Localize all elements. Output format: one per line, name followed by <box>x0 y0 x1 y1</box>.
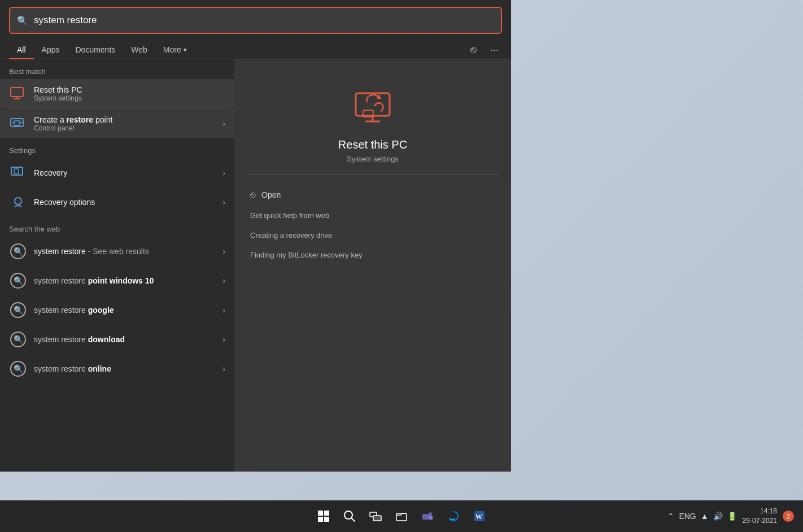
recovery-title: Recovery <box>34 168 222 177</box>
recovery-arrow: › <box>222 168 225 177</box>
web-result-3-title: system restore google <box>34 306 222 315</box>
chevron-up-icon[interactable]: ⌃ <box>667 512 674 521</box>
web-result-4-title: system restore download <box>34 335 222 344</box>
lang-indicator: ENG <box>679 512 696 521</box>
edge-button[interactable] <box>442 505 465 527</box>
taskbar: W ⌃ ENG ▲ 🔊 🔋 14:18 29-07-2021 2 <box>0 500 803 532</box>
recovery-drive-link[interactable]: Creating a recovery drive <box>248 225 497 245</box>
web-result-5-arrow: › <box>222 364 225 373</box>
create-restore-title: Create a restore point <box>34 115 222 124</box>
bitlocker-link[interactable]: Finding my BitLocker recovery key <box>248 245 497 265</box>
result-recovery[interactable]: Recovery › <box>0 158 234 187</box>
tab-all[interactable]: All <box>9 41 34 59</box>
settings-label: Settings <box>0 138 234 158</box>
recovery-options-text: Recovery options <box>34 198 222 207</box>
create-restore-subtitle: Control panel <box>34 124 222 132</box>
recovery-options-arrow: › <box>222 198 225 207</box>
file-explorer-button[interactable] <box>390 505 413 527</box>
web-result-4-arrow: › <box>222 335 225 344</box>
tabs-row: All Apps Documents Web More ▾ ⎋ ··· <box>0 38 511 59</box>
detail-subtitle: System settings <box>248 155 497 163</box>
web-result-1-text: system restore - See web results <box>34 247 222 256</box>
create-restore-text: Create a restore point Control panel <box>34 115 222 132</box>
svg-rect-22 <box>373 516 381 521</box>
recovery-options-icon <box>9 193 27 211</box>
start-button[interactable] <box>312 505 335 527</box>
reset-pc-text: Reset this PC System settings <box>34 85 225 102</box>
web-result-2-text: system restore point windows 10 <box>34 276 222 285</box>
svg-point-9 <box>15 198 21 204</box>
tab-web[interactable]: Web <box>123 41 155 59</box>
task-view-button[interactable] <box>364 505 387 527</box>
tab-more[interactable]: More ▾ <box>155 41 195 59</box>
web-result-2-arrow: › <box>222 276 225 285</box>
svg-rect-8 <box>14 169 19 173</box>
word-button[interactable]: W <box>468 505 491 527</box>
svg-rect-4 <box>14 121 20 125</box>
recovery-text: Recovery <box>34 168 222 177</box>
volume-icon: 🔊 <box>713 512 723 521</box>
search-bar[interactable]: 🔍 system restore <box>9 7 502 34</box>
share-icon[interactable]: ⎋ <box>467 42 480 58</box>
detail-divider <box>248 175 497 175</box>
svg-rect-18 <box>324 517 329 522</box>
recovery-icon <box>9 164 27 182</box>
result-reset-this-pc[interactable]: Reset this PC System settings <box>0 79 234 108</box>
web-search-icon-4: 🔍 <box>9 330 27 348</box>
svg-rect-7 <box>11 167 23 175</box>
web-result-1[interactable]: 🔍 system restore - See web results › <box>0 237 234 266</box>
web-search-icon-5: 🔍 <box>9 360 27 378</box>
web-search-icon-2: 🔍 <box>9 272 27 290</box>
web-result-5-text: system restore online <box>34 364 222 373</box>
open-icon: ⎋ <box>250 190 256 200</box>
system-tray-icons: ⌃ ENG ▲ 🔊 🔋 <box>667 512 736 521</box>
web-result-2-title: system restore point windows 10 <box>34 276 222 285</box>
reset-pc-icon <box>9 85 27 103</box>
web-result-3-arrow: › <box>222 306 225 315</box>
main-content: Best match Reset this PC System settings <box>0 59 511 472</box>
reset-pc-title: Reset this PC <box>34 85 225 94</box>
web-result-3[interactable]: 🔍 system restore google › <box>0 295 234 325</box>
search-bar-icon: 🔍 <box>17 15 28 26</box>
svg-rect-26 <box>429 516 433 520</box>
taskbar-right: ⌃ ENG ▲ 🔊 🔋 14:18 29-07-2021 2 <box>667 507 794 526</box>
tabs-right-actions: ⎋ ··· <box>467 42 502 58</box>
quick-help-link[interactable]: Get quick help from web <box>248 206 497 225</box>
svg-rect-0 <box>11 88 23 97</box>
teams-button[interactable] <box>416 505 439 527</box>
detail-title: Reset this PC <box>248 138 497 151</box>
taskbar-clock: 14:18 29-07-2021 <box>743 507 777 526</box>
open-action[interactable]: ⎋ Open <box>248 184 497 206</box>
notification-count[interactable]: 2 <box>783 511 794 522</box>
result-recovery-options[interactable]: Recovery options › <box>0 187 234 217</box>
web-result-5[interactable]: 🔍 system restore online › <box>0 354 234 383</box>
detail-icon-area <box>248 76 497 127</box>
recovery-options-title: Recovery options <box>34 198 222 207</box>
web-search-icon-3: 🔍 <box>9 301 27 319</box>
best-match-label: Best match <box>0 59 234 79</box>
search-input[interactable]: system restore <box>34 15 494 26</box>
svg-point-25 <box>429 512 432 516</box>
search-taskbar-button[interactable] <box>338 505 361 527</box>
reset-pc-subtitle: System settings <box>34 94 225 102</box>
create-restore-arrow: › <box>222 119 225 128</box>
web-result-4[interactable]: 🔍 system restore download › <box>0 325 234 354</box>
right-detail-panel: Reset this PC System settings ⎋ Open Get… <box>234 59 511 472</box>
web-result-2[interactable]: 🔍 system restore point windows 10 › <box>0 266 234 295</box>
more-options-icon[interactable]: ··· <box>487 42 502 58</box>
start-menu: 🔍 system restore All Apps Documents Web … <box>0 0 511 472</box>
tab-documents[interactable]: Documents <box>67 41 123 59</box>
taskbar-icons: W <box>312 505 491 527</box>
left-panel: Best match Reset this PC System settings <box>0 59 234 472</box>
battery-icon: 🔋 <box>727 512 737 521</box>
web-result-4-text: system restore download <box>34 335 222 344</box>
control-panel-icon <box>9 115 27 133</box>
result-create-restore[interactable]: Create a restore point Control panel › <box>0 109 234 138</box>
tab-apps[interactable]: Apps <box>34 41 68 59</box>
svg-rect-16 <box>324 511 329 516</box>
web-result-3-text: system restore google <box>34 306 222 315</box>
chevron-down-icon: ▾ <box>184 46 187 54</box>
reset-pc-large-icon <box>347 76 398 127</box>
web-result-1-title: system restore - See web results <box>34 247 222 256</box>
search-web-label: Search the web <box>0 217 234 237</box>
